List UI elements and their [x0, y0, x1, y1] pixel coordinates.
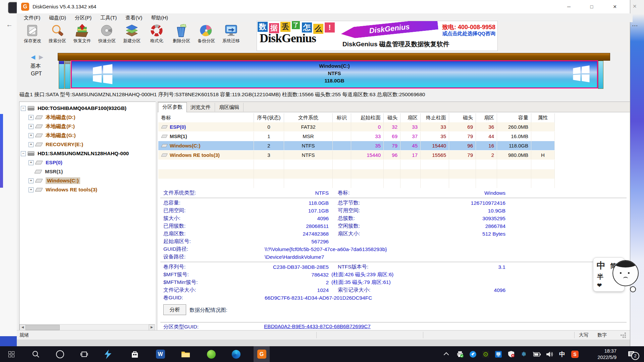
resize-grip[interactable]	[621, 335, 622, 336]
tree-item-recovery-e[interactable]: + RECOVERY(E:)	[29, 140, 83, 149]
menu-disk[interactable]: 磁盘(D)	[45, 14, 70, 22]
disk-bar[interactable]	[58, 53, 610, 61]
expand-icon[interactable]: +	[29, 142, 34, 147]
search-partition-button[interactable]: 搜索分区	[45, 23, 70, 50]
backup-partition-button[interactable]: 备份分区	[194, 23, 219, 50]
menu-view[interactable]: 查看(V)	[121, 14, 147, 22]
nav-right-icon[interactable]: ▶	[39, 54, 43, 61]
tab-partition-params[interactable]: 分区参数	[158, 102, 187, 112]
background-window-close-icon[interactable]: ✕	[633, 3, 637, 9]
ime-chinese-icon: 中	[559, 350, 565, 358]
expand-icon[interactable]: +	[29, 160, 34, 165]
partition-bar-re-tools[interactable]	[598, 61, 603, 89]
tray-chevron-button[interactable]	[440, 346, 452, 362]
tray-printer[interactable]	[454, 346, 466, 362]
taskbar-search-button[interactable]	[29, 346, 43, 362]
analyze-button[interactable]: 分析	[163, 304, 186, 315]
recover-files-button[interactable]: 恢复文件	[70, 23, 95, 50]
task-view-button[interactable]	[77, 346, 92, 362]
table-row-windows-re[interactable]: Windows RE tools(3) 3 NTFS 15440 96 17 1…	[158, 150, 555, 160]
tray-sogou[interactable]: S	[569, 346, 581, 362]
minimize-button[interactable]: ─	[561, 0, 577, 13]
tray-defender[interactable]	[505, 346, 517, 362]
partition-bar-esp[interactable]	[59, 61, 64, 89]
scroll-left-icon[interactable]: ◀	[19, 324, 26, 330]
close-button[interactable]: ✕	[607, 0, 623, 13]
tray-volume[interactable]	[544, 346, 555, 362]
menu-help[interactable]: 帮助(H)	[147, 14, 172, 22]
sogou-statusbar-widget[interactable]: 中 简 半 ❤	[593, 257, 643, 294]
tree-item-local-f[interactable]: + 本地磁盘(F:)	[29, 122, 75, 131]
battery-plug-icon	[532, 351, 541, 357]
tray-ime-indicator[interactable]: 中	[556, 346, 568, 362]
menu-partition[interactable]: 分区(P)	[70, 14, 96, 22]
table-row-esp[interactable]: ESP(0) 0 FAT32 0 32 33 33 69 36 260.0MB	[158, 122, 555, 131]
collapse-icon[interactable]: −	[21, 151, 26, 156]
sogou-mode-chinese[interactable]: 中	[597, 260, 605, 272]
partition-bar-msr[interactable]	[65, 61, 70, 89]
tray-battery[interactable]	[531, 346, 542, 362]
pinned-app-lightning[interactable]	[101, 346, 115, 362]
pinned-app-green-browser[interactable]	[204, 346, 219, 362]
tray-intel-graphics[interactable]	[493, 346, 504, 362]
table-row-msr[interactable]: MSR(1) 1 MSR 33 69 37 35 79 44 16.0MB	[158, 132, 555, 141]
system-migrate-button[interactable]: 系统迁移	[219, 23, 244, 50]
tray-messenger[interactable]	[467, 346, 479, 362]
tab-sector-edit[interactable]: 扇区编辑	[215, 103, 244, 112]
tray-nvidia[interactable]	[480, 346, 491, 362]
notification-center-button[interactable]: 2	[623, 346, 640, 362]
tree-horizontal-scrollbar[interactable]: ◀ ▶	[19, 324, 155, 330]
tree-item-local-d[interactable]: + 本地磁盘(D:)	[29, 113, 75, 122]
pinned-app-edge[interactable]	[229, 346, 244, 362]
tray-snowflake-app[interactable]: ❄	[518, 346, 530, 362]
tree-item-windows-re[interactable]: + Windows RE tools(3)	[29, 185, 97, 194]
expand-icon[interactable]: +	[29, 178, 34, 183]
back-arrow-icon[interactable]: ←	[6, 21, 13, 28]
menu-tools[interactable]: 工具(T)	[96, 14, 121, 22]
detail-row: $MFT簇号:786432 (柱面:426 磁头:239 扇区:6)	[163, 271, 505, 279]
cortana-button[interactable]	[53, 346, 67, 362]
delete-partition-button[interactable]: 删除分区	[169, 23, 194, 50]
partition-icon	[161, 134, 168, 138]
partition-bar-windows-c[interactable]: Windows(C:) NTFS 118.0GB	[71, 60, 598, 88]
scroll-right-icon[interactable]: ▶	[149, 324, 155, 330]
tab-browse-files[interactable]: 浏览文件	[186, 103, 215, 112]
quick-partition-button[interactable]: 快速分区	[95, 23, 119, 50]
menu-file[interactable]: 文件(F)	[19, 14, 45, 22]
start-button[interactable]	[4, 346, 19, 362]
panel-splitter[interactable]	[156, 102, 158, 330]
taskbar-clock[interactable]: 18:37 2022/5/9	[583, 348, 616, 361]
maximize-button[interactable]: □	[584, 0, 599, 13]
expand-icon[interactable]: +	[29, 187, 34, 192]
pinned-app-word[interactable]: W	[153, 346, 168, 362]
save-changes-button[interactable]: 保存更改	[20, 23, 45, 50]
tree-item-local-g[interactable]: + 本地磁盘(G:)	[29, 131, 76, 140]
new-partition-icon	[125, 24, 139, 38]
new-partition-button[interactable]: 新建分区	[119, 23, 144, 50]
tree-item-windows-c[interactable]: + Windows(C:)	[29, 176, 80, 185]
disk-tree-panel: − HD0:TOSHIBAMQ04ABF100(932GB) + 本地磁盘(D:…	[19, 102, 156, 331]
taskbar-diskgenius-active[interactable]: G	[254, 346, 270, 362]
collapse-icon[interactable]: −	[21, 106, 26, 111]
recover-files-icon	[75, 24, 89, 38]
pinned-app-store[interactable]	[127, 346, 142, 362]
sogou-mascot-face[interactable]	[612, 260, 639, 286]
expand-icon[interactable]: +	[29, 124, 34, 129]
expand-icon[interactable]: +	[29, 115, 34, 120]
expand-icon[interactable]: +	[29, 133, 34, 138]
banner-ad[interactable]: 数 据 丢 了 怎 么 ! DiskGenius DiskGenius 致电: …	[257, 21, 498, 51]
table-row-windows-c-selected[interactable]: Windows(C:) 2 NTFS 35 79 45 15440 96 16 …	[158, 141, 555, 150]
tree-item-hd0[interactable]: − HD0:TOSHIBAMQ04ABF100(932GB)	[21, 104, 126, 113]
pinned-app-explorer[interactable]	[178, 346, 193, 362]
tree-item-msr[interactable]: MSR(1)	[29, 167, 63, 176]
format-button[interactable]: 格式化	[144, 23, 169, 50]
partition-detail-pane: 分区参数 浏览文件 扇区编辑 卷标 序号(状态) 文件系统 标识 起始柱面 磁头…	[158, 102, 630, 330]
nav-left-icon[interactable]: ◀	[31, 54, 35, 61]
sogou-mode-halfwidth[interactable]: 半	[597, 273, 603, 281]
tree-item-esp[interactable]: + ESP(0)	[29, 158, 62, 167]
sogou-emoji-heart-icon[interactable]: ❤	[597, 282, 602, 289]
banner-qq-link[interactable]: 或点击此处选择QQ咨询	[442, 31, 495, 37]
scrollbar-thumb[interactable]	[25, 325, 60, 330]
tree-item-hd1[interactable]: − HD1:SAMSUNGMZNLN128HAHQ-000	[21, 149, 129, 158]
background-window-ellipsis-icon[interactable]: ⋯	[632, 22, 638, 29]
